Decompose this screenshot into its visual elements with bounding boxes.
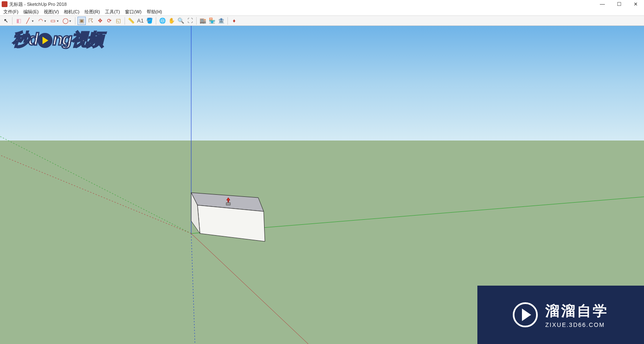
minimize-button[interactable]: — — [594, 0, 611, 8]
extension-tool-button[interactable]: ♦ — [230, 17, 238, 25]
toolbar-divider — [12, 17, 12, 25]
toolbar-divider — [196, 17, 197, 25]
offset-tool-button[interactable]: ☈ — [87, 17, 95, 25]
menu-draw[interactable]: 绘图(R) — [82, 9, 102, 15]
sky-background — [0, 26, 644, 141]
close-button[interactable]: ✕ — [627, 0, 644, 8]
menu-view[interactable]: 视图(V) — [41, 9, 62, 15]
move-tool-button[interactable]: ✥ — [96, 17, 104, 25]
paint-tool-button[interactable]: 🪣 — [145, 17, 154, 25]
line-tool-button[interactable]: ╱▼ — [24, 17, 32, 25]
push-pull-tool-button[interactable]: ▣ — [77, 17, 86, 25]
select-tool-button[interactable]: ↖ — [2, 17, 10, 25]
warehouse-1-tool-button[interactable]: 🏬 — [199, 17, 207, 25]
warehouse-3-tool-button[interactable]: 🏦 — [217, 17, 225, 25]
orbit-tool-button[interactable]: 🌐 — [158, 17, 167, 25]
toolbar-divider — [156, 17, 156, 25]
text-tool-button[interactable]: A1 — [136, 17, 145, 25]
toolbar-divider — [75, 17, 75, 25]
menu-help[interactable]: 帮助(H) — [144, 9, 165, 15]
pan-tool-button[interactable]: ✋ — [167, 17, 176, 25]
menubar: 文件(F) 编辑(E) 视图(V) 相机(C) 绘图(R) 工具(T) 窗口(W… — [0, 8, 644, 16]
circle-tool-button[interactable]: ◯▼ — [61, 17, 70, 25]
toolbar-divider — [227, 17, 228, 25]
menu-window[interactable]: 窗口(W) — [122, 9, 144, 15]
zoom-extents-tool-button[interactable]: ⛶ — [186, 17, 194, 25]
window-controls: — ☐ ✕ — [594, 0, 644, 8]
rotate-tool-button[interactable]: ⟳ — [105, 17, 113, 25]
maximize-button[interactable]: ☐ — [611, 0, 627, 8]
arc-tool-button[interactable]: ◠▼ — [36, 17, 45, 25]
warehouse-2-tool-button[interactable]: 🏪 — [208, 17, 216, 25]
dropdown-caret-icon[interactable]: ▼ — [56, 20, 59, 23]
menu-edit[interactable]: 编辑(E) — [21, 9, 41, 15]
ground-background — [0, 141, 644, 344]
menu-tools[interactable]: 工具(T) — [102, 9, 122, 15]
window-title: 无标题 - SketchUp Pro 2018 — [9, 1, 67, 8]
eraser-tool-button[interactable]: ◧ — [15, 17, 23, 25]
menu-camera[interactable]: 相机(C) — [61, 9, 82, 15]
viewport[interactable]: 秒dng视频 溜溜自学 ZIXUE.3D66.COM — [0, 26, 644, 344]
menu-file[interactable]: 文件(F) — [1, 9, 21, 15]
dropdown-caret-icon[interactable]: ▼ — [69, 20, 72, 23]
toolbar-divider — [125, 17, 125, 25]
toolbar: ↖◧╱▼◠▼▭▼◯▼▣☈✥⟳◱📏A1🪣🌐✋🔍⛶🏬🏪🏦♦ — [0, 16, 644, 26]
dropdown-caret-icon[interactable]: ▼ — [31, 20, 34, 23]
tape-tool-button[interactable]: 📏 — [127, 17, 135, 25]
rectangle-tool-button[interactable]: ▭▼ — [49, 17, 57, 25]
titlebar: 无标题 - SketchUp Pro 2018 — ☐ ✕ — [0, 0, 644, 8]
zoom-tool-button[interactable]: 🔍 — [177, 17, 185, 25]
scale-tool-button[interactable]: ◱ — [114, 17, 122, 25]
dropdown-caret-icon[interactable]: ▼ — [44, 20, 47, 23]
app-icon — [2, 1, 7, 7]
